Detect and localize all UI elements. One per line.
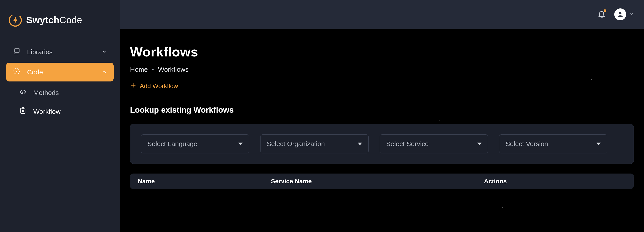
sidebar-item-libraries[interactable]: Libraries — [6, 42, 114, 61]
add-workflow-button[interactable]: Add Workflow — [130, 82, 634, 90]
sidebar: SwytchCode Libraries — [0, 0, 120, 232]
brand-logo[interactable]: SwytchCode — [6, 9, 114, 42]
caret-down-icon — [358, 142, 362, 145]
sidebar-subitem-label: Methods — [33, 89, 59, 97]
brand-text: SwytchCode — [26, 15, 82, 25]
bell-icon — [598, 15, 606, 19]
add-workflow-label: Add Workflow — [140, 83, 178, 90]
topbar — [120, 0, 644, 29]
code-tag-icon — [19, 88, 27, 97]
sidebar-item-code[interactable]: Code — [6, 63, 114, 82]
col-service-name: Service Name — [271, 178, 484, 185]
bolt-circle-icon — [8, 13, 22, 27]
libraries-icon — [13, 47, 20, 56]
brand-light: Code — [60, 15, 82, 25]
language-select[interactable]: Select Language — [141, 134, 249, 153]
breadcrumb-separator-icon — [152, 69, 154, 70]
user-menu[interactable] — [614, 8, 634, 20]
clipboard-icon — [19, 107, 27, 116]
sidebar-item-label: Code — [27, 68, 43, 76]
brand-bold: Swytch — [26, 15, 60, 25]
chevron-down-icon — [102, 48, 107, 56]
sidebar-subitem-label: Workflow — [33, 108, 60, 115]
breadcrumb-home[interactable]: Home — [130, 66, 148, 73]
sidebar-item-label: Libraries — [27, 48, 52, 56]
chevron-down-icon — [628, 11, 634, 18]
filter-bar: Select Language Select Organization Sele… — [130, 124, 634, 164]
breadcrumb: Home Workflows — [130, 66, 634, 73]
caret-down-icon — [477, 142, 482, 145]
select-placeholder: Select Language — [147, 140, 197, 148]
svg-point-8 — [619, 12, 621, 14]
organization-select[interactable]: Select Organization — [260, 134, 368, 153]
workflows-table: Name Service Name Actions — [130, 174, 634, 189]
version-select[interactable]: Select Version — [499, 134, 608, 153]
sidebar-item-methods[interactable]: Methods — [12, 83, 114, 102]
code-circle-icon — [13, 68, 20, 77]
content-canvas: Workflows Home Workflows Add Workflow Lo… — [120, 29, 644, 232]
notification-dot-icon — [604, 9, 606, 12]
select-placeholder: Select Organization — [267, 140, 325, 148]
caret-down-icon — [238, 142, 243, 145]
notifications-button[interactable] — [598, 10, 606, 19]
caret-down-icon — [596, 142, 601, 145]
avatar — [614, 8, 626, 20]
col-actions: Actions — [484, 178, 626, 185]
svg-point-7 — [22, 110, 24, 112]
section-title: Lookup existing Workflows — [130, 105, 634, 115]
svg-rect-1 — [15, 48, 19, 53]
sidebar-item-workflow[interactable]: Workflow — [12, 102, 114, 121]
page-title: Workflows — [130, 44, 634, 60]
select-placeholder: Select Version — [506, 140, 548, 148]
col-name: Name — [138, 178, 271, 185]
svg-line-4 — [23, 90, 23, 94]
service-select[interactable]: Select Service — [380, 134, 488, 153]
main-pane: Workflows Home Workflows Add Workflow Lo… — [120, 0, 644, 232]
table-header: Name Service Name Actions — [130, 174, 634, 189]
chevron-up-icon — [102, 68, 107, 76]
svg-point-3 — [16, 71, 17, 72]
breadcrumb-current: Workflows — [158, 66, 189, 73]
select-placeholder: Select Service — [386, 140, 429, 148]
plus-icon — [130, 82, 136, 90]
